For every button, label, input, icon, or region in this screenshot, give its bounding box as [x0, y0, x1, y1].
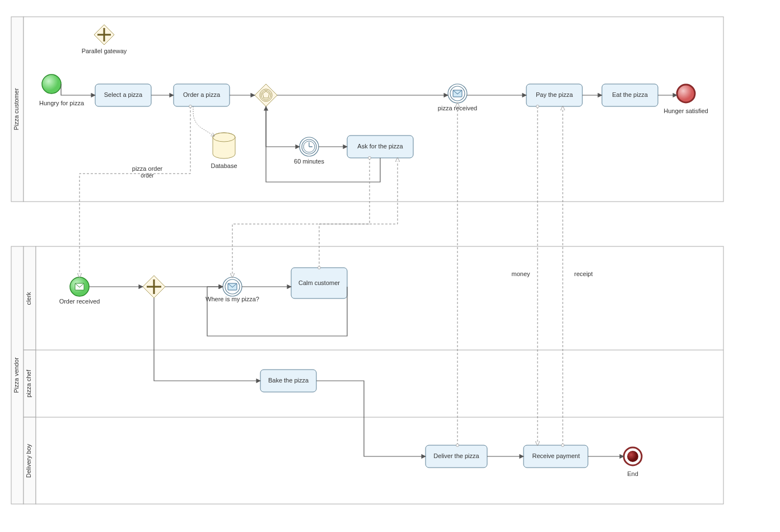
pool-vendor-label: Pizza vendor [13, 357, 20, 393]
pool-vendor[interactable]: Pizza vendor clerk pizza chef Delivery b… [11, 246, 723, 504]
svg-text:Pay the pizza: Pay the pizza [536, 91, 573, 98]
svg-text:Receive payment: Receive payment [533, 452, 580, 459]
svg-rect-35 [36, 246, 723, 504]
svg-text:Hunger satisfied: Hunger satisfied [664, 108, 708, 114]
lane-clerk-label: clerk [25, 292, 32, 305]
svg-text:Database: Database [211, 162, 237, 169]
svg-text:Order a pizza: Order a pizza [183, 91, 221, 98]
lane-chef-label: pizza chef [25, 369, 32, 397]
svg-text:order: order [141, 172, 154, 179]
task-ask[interactable]: Ask for the pizza [347, 136, 413, 158]
task-select[interactable]: Select a pizza [95, 84, 151, 106]
svg-text:Select a pizza: Select a pizza [104, 91, 143, 98]
datastore-database[interactable]: Database [211, 133, 237, 169]
bpmn-diagram: Pizza customer Parallel gateway Hungry f… [0, 0, 780, 532]
svg-point-54 [627, 451, 638, 462]
lane-delivery-label: Delivery boy [25, 444, 32, 478]
svg-text:Deliver the pizza: Deliver the pizza [433, 452, 479, 459]
svg-text:Parallel gateway: Parallel gateway [82, 48, 127, 54]
svg-text:Bake the pizza: Bake the pizza [268, 377, 309, 384]
svg-text:Calm customer: Calm customer [298, 279, 340, 286]
svg-point-4 [42, 74, 61, 94]
task-receive-payment[interactable]: Receive payment [524, 445, 588, 468]
msg-money-label: money [511, 270, 530, 277]
msg-pizza-label: pizza order [132, 165, 163, 172]
svg-text:Hungry for pizza: Hungry for pizza [39, 100, 85, 106]
task-order[interactable]: Order a pizza [174, 84, 230, 106]
svg-text:Order received: Order received [59, 298, 100, 305]
svg-rect-2 [24, 17, 723, 202]
task-deliver[interactable]: Deliver the pizza [426, 445, 487, 468]
svg-text:Where is my pizza?: Where is my pizza? [205, 296, 259, 302]
pool-customer[interactable]: Pizza customer [11, 17, 723, 202]
svg-point-29 [677, 85, 695, 102]
pool-customer-label: Pizza customer [13, 88, 20, 130]
svg-text:End: End [627, 470, 638, 477]
msg-receipt-label: receipt [574, 270, 592, 277]
task-eat[interactable]: Eat the pizza [602, 84, 658, 106]
task-bake[interactable]: Bake the pizza [260, 370, 316, 392]
svg-text:Ask for the pizza: Ask for the pizza [357, 143, 403, 150]
task-calm[interactable]: Calm customer [291, 268, 347, 298]
task-pay[interactable]: Pay the pizza [526, 84, 582, 106]
svg-text:60 minutes: 60 minutes [294, 158, 324, 165]
svg-text:Eat the pizza: Eat the pizza [612, 91, 648, 98]
